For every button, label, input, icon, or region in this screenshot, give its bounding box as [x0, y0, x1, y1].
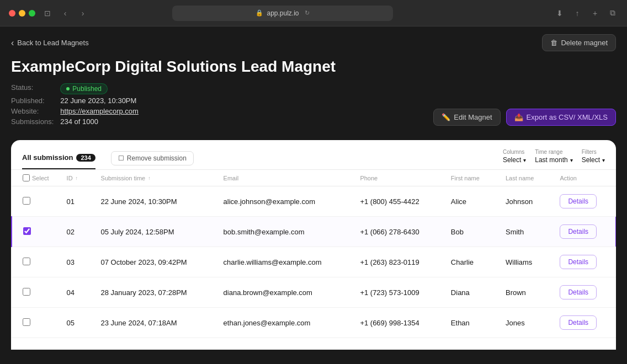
- row-checkbox-1[interactable]: [23, 227, 31, 235]
- row-checkbox-2[interactable]: [23, 258, 30, 265]
- submissions-table: Select ID ↑ Submission time ↑: [11, 170, 616, 338]
- traffic-lights: [9, 10, 35, 17]
- row-submission-time: 22 June 2024, 10:30PM: [92, 186, 215, 217]
- row-submission-time: 23 June 2024, 07:18AM: [92, 308, 215, 338]
- submissions-panel: All submission 234 ☐ Remove submission C…: [11, 140, 616, 350]
- row-id: 02: [58, 217, 92, 247]
- browser-actions: ⬇ ↑ + ⧉: [554, 8, 618, 19]
- forward-icon[interactable]: ›: [77, 8, 88, 19]
- panel-controls: Columns Select ▾ Time range Last month ▾…: [503, 149, 605, 169]
- th-id: ID ↑: [58, 170, 92, 186]
- minimize-button[interactable]: [19, 10, 25, 17]
- row-email: bob.smith@example.com: [215, 217, 352, 247]
- export-label: Export as CSV/ XML/XLS: [527, 113, 608, 121]
- table-row: 03 07 October 2023, 09:42PM charlie.will…: [12, 247, 616, 277]
- filters-control: Filters Select ▾: [582, 149, 605, 164]
- new-tab-icon[interactable]: +: [589, 8, 601, 19]
- status-text: Published: [72, 85, 102, 93]
- export-button[interactable]: 📤 Export as CSV/ XML/XLS: [506, 109, 616, 126]
- chevron-left-icon: ‹: [11, 38, 14, 48]
- back-to-lead-magnets-link[interactable]: ‹ Back to Lead Magnets: [11, 38, 89, 48]
- details-button-3[interactable]: Details: [560, 285, 597, 299]
- row-email: charlie.williams@example.com: [215, 247, 352, 277]
- chevron-down-icon: ▾: [523, 157, 526, 163]
- select-all-checkbox[interactable]: [23, 174, 30, 181]
- time-range-label: Time range: [535, 149, 572, 155]
- all-submissions-tab[interactable]: All submission 234: [22, 149, 95, 169]
- meta-grid: Status: Published Published: 22 June 202…: [11, 83, 139, 126]
- row-checkbox-cell: [12, 277, 58, 308]
- table-row: 05 23 June 2024, 07:18AM ethan.jones@exa…: [12, 308, 616, 338]
- columns-control: Columns Select ▾: [503, 149, 526, 164]
- id-header-text: ID: [67, 175, 73, 181]
- remove-submission-button[interactable]: ☐ Remove submission: [111, 151, 194, 165]
- row-action: Details: [551, 308, 615, 338]
- trash-icon: 🗑: [550, 39, 557, 47]
- chevron-down-icon-3: ▾: [602, 157, 605, 163]
- row-phone: +1 (669) 998-1354: [351, 308, 442, 338]
- download-icon[interactable]: ⬇: [554, 8, 565, 19]
- row-email: alice.johnson@example.com: [215, 186, 352, 217]
- row-checkbox-3[interactable]: [23, 288, 30, 296]
- tab-count: 234: [76, 154, 95, 162]
- row-checkbox-4[interactable]: [23, 318, 30, 326]
- page-title: ExampleCorp Digital Solutions Lead Magne…: [11, 58, 616, 76]
- tabs-icon[interactable]: ⧉: [607, 8, 618, 19]
- panel-header: All submission 234 ☐ Remove submission C…: [11, 140, 616, 170]
- row-checkbox-0[interactable]: [23, 197, 30, 205]
- share-icon[interactable]: ↑: [572, 8, 583, 19]
- row-first-name: Bob: [442, 217, 497, 247]
- status-value: Published: [60, 83, 139, 94]
- th-submission-time: Submission time ↑: [92, 170, 215, 186]
- row-checkbox-cell: [12, 186, 58, 217]
- close-button[interactable]: [9, 10, 15, 17]
- sort-icon-2: ↑: [148, 175, 151, 181]
- status-label: Status:: [11, 83, 54, 94]
- details-button-0[interactable]: Details: [560, 194, 597, 208]
- edit-magnet-button[interactable]: ✏️ Edit Magnet: [433, 109, 500, 126]
- sort-icon: ↑: [76, 175, 78, 181]
- details-button-1[interactable]: Details: [560, 224, 597, 239]
- row-phone: +1 (723) 573-1009: [351, 277, 442, 308]
- edit-icon: ✏️: [442, 113, 450, 121]
- table-row: 02 05 July 2024, 12:58PM bob.smith@examp…: [12, 217, 616, 247]
- action-row: ✏️ Edit Magnet 📤 Export as CSV/ XML/XLS: [433, 109, 616, 126]
- app-content: ‹ Back to Lead Magnets 🗑 Delete magnet E…: [0, 26, 627, 364]
- row-first-name: Charlie: [442, 247, 497, 277]
- submissions-label: Submissions:: [11, 117, 54, 126]
- website-label: Website:: [11, 107, 54, 115]
- delete-magnet-button[interactable]: 🗑 Delete magnet: [542, 34, 616, 51]
- time-range-value: Last month: [535, 156, 567, 164]
- back-icon[interactable]: ‹: [60, 8, 71, 19]
- url-bar[interactable]: 🔒 app.pulz.io ↻: [172, 6, 393, 21]
- filters-select[interactable]: Select ▾: [582, 156, 605, 164]
- top-bar: ‹ Back to Lead Magnets 🗑 Delete magnet: [11, 26, 616, 58]
- sidebar-toggle-icon[interactable]: ⊡: [42, 8, 53, 19]
- columns-select[interactable]: Select ▾: [503, 156, 526, 164]
- row-checkbox-cell: [12, 308, 58, 338]
- row-checkbox-cell: [12, 217, 58, 247]
- row-submission-time: 28 January 2023, 07:28PM: [92, 277, 215, 308]
- time-range-select[interactable]: Last month ▾: [535, 156, 572, 164]
- row-phone: +1 (066) 278-6430: [351, 217, 442, 247]
- details-button-2[interactable]: Details: [560, 255, 597, 269]
- row-action: Details: [551, 217, 615, 247]
- time-range-control: Time range Last month ▾: [535, 149, 572, 164]
- details-button-4[interactable]: Details: [560, 315, 597, 330]
- th-email: Email: [215, 170, 352, 186]
- fullscreen-button[interactable]: [29, 10, 35, 17]
- row-id: 04: [58, 277, 92, 308]
- row-last-name: Johnson: [497, 186, 551, 217]
- row-phone: +1 (800) 455-4422: [351, 186, 442, 217]
- status-badge: Published: [60, 83, 108, 94]
- row-action: Details: [551, 247, 615, 277]
- refresh-icon[interactable]: ↻: [305, 9, 310, 17]
- select-header-text: Select: [32, 175, 49, 181]
- row-phone: +1 (263) 823-0119: [351, 247, 442, 277]
- minus-icon: ☐: [118, 154, 124, 162]
- lock-icon: 🔒: [256, 9, 263, 17]
- browser-chrome: ⊡ ‹ › 🔒 app.pulz.io ↻ ⬇ ↑ + ⧉: [0, 0, 627, 26]
- th-last-name: Last name: [497, 170, 551, 186]
- website-link[interactable]: https://examplecorp.com: [60, 107, 139, 115]
- table-row: 01 22 June 2024, 10:30PM alice.johnson@e…: [12, 186, 616, 217]
